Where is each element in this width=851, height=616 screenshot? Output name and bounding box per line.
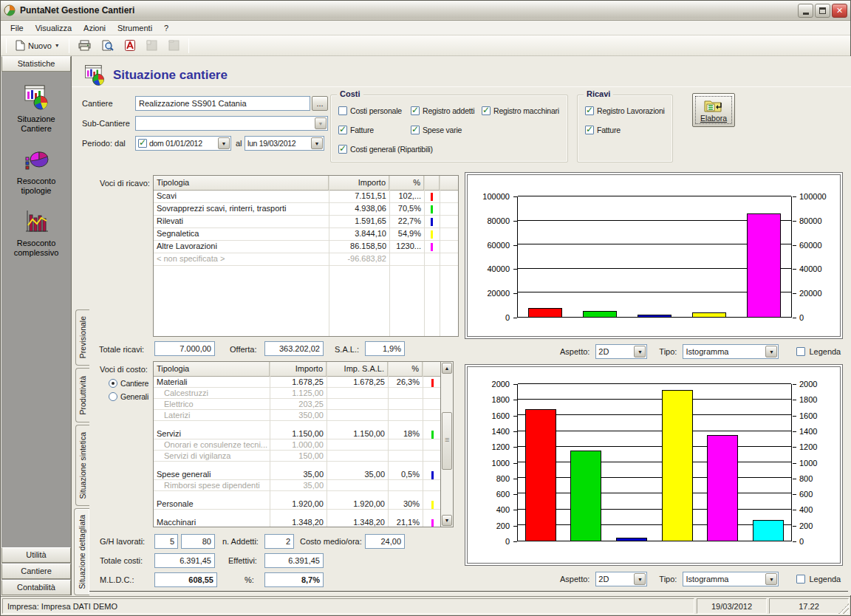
checkbox-costi-personale[interactable]: Costi personale — [338, 106, 402, 116]
ricavi-table[interactable]: TipologiaImporto%Scavi7.151,51102,...Sov… — [153, 175, 459, 337]
sidebar-button-cantiere[interactable]: Cantiere — [1, 564, 71, 579]
table-row[interactable]: Personale1.920,001.920,0030% — [154, 499, 440, 510]
chevron-down-icon[interactable]: ▼ — [765, 573, 777, 585]
table-row[interactable]: Laterizi350,00 — [154, 410, 440, 421]
legenda-checkbox[interactable] — [796, 575, 805, 584]
table-row[interactable] — [154, 462, 440, 469]
radio-generali[interactable]: Generali — [109, 391, 148, 402]
scroll-down-icon[interactable]: ▼ — [442, 515, 452, 526]
maximize-button[interactable] — [815, 4, 830, 18]
periodo-dal-checkbox[interactable] — [138, 139, 147, 148]
table-row[interactable]: Spese generali35,0035,000,5% — [154, 469, 440, 480]
table-row[interactable]: Sovrapprezzi scavi, rinterri, trasporti4… — [154, 203, 458, 216]
checkbox-registro-macchinari[interactable]: Registro macchinari — [482, 106, 559, 116]
table-row[interactable]: Rimborsi spese dipendenti35,00 — [154, 480, 440, 491]
legenda-checkbox[interactable] — [796, 347, 805, 356]
periodo-al-combo[interactable]: lun 19/03/2012 ▼ — [245, 136, 324, 151]
costi-table[interactable]: TipologiaImportoImp. S.A.L.%Materiali1.6… — [153, 361, 441, 527]
checkbox-icon[interactable] — [338, 145, 347, 154]
tab-produttivit-[interactable]: Produttività — [75, 368, 89, 422]
checkbox-icon[interactable] — [411, 106, 420, 115]
resize-grip[interactable] — [838, 603, 849, 614]
table-row[interactable]: Elettrico203,25 — [154, 399, 440, 410]
table-row[interactable] — [154, 491, 440, 499]
sidebar-button-utilita[interactable]: Utilità — [1, 547, 71, 563]
tab-situazione-sintetica[interactable]: Situazione sintetica — [75, 425, 89, 506]
table-row[interactable]: Altre Lavorazioni86.158,501230... — [154, 241, 458, 253]
menu-item-visualizza[interactable]: Visualizza — [30, 22, 77, 34]
column-header[interactable]: % — [388, 362, 423, 376]
elabora-button[interactable]: Elabora — [692, 93, 735, 127]
gh-ore-input[interactable]: 80 — [181, 534, 215, 549]
column-header[interactable]: Importo — [270, 362, 327, 376]
table-row[interactable]: Macchinari1.348,201.348,2021,1% — [154, 517, 440, 527]
table-row[interactable]: Calcestruzzi1.125,00 — [154, 388, 440, 399]
checkbox-icon[interactable] — [585, 126, 594, 134]
tipo-combo[interactable]: Istogramma▼ — [683, 344, 779, 359]
checkbox-icon[interactable] — [482, 106, 491, 115]
checkbox-icon[interactable] — [338, 126, 347, 134]
table-row[interactable]: Materiali1.678,251.678,2526,3% — [154, 377, 440, 388]
aspetto-combo[interactable]: 2D▼ — [595, 572, 647, 586]
table-row[interactable] — [154, 510, 440, 517]
checkbox-costi-generali-ripartibili-[interactable]: Costi generali (Ripartibili) — [338, 144, 433, 154]
table-row[interactable]: Servizi1.150,001.150,0018% — [154, 428, 440, 439]
table-row[interactable]: Onorari e consulenze tecni...1.000,00 — [154, 439, 440, 451]
column-header[interactable]: Importo — [329, 176, 389, 190]
checkbox-icon[interactable] — [585, 106, 594, 115]
chevron-down-icon[interactable]: ▼ — [311, 137, 323, 149]
subcantiere-combo[interactable]: ▼ — [135, 116, 328, 131]
radio-cantiere-icon[interactable] — [109, 379, 117, 388]
chevron-down-icon[interactable]: ▼ — [218, 137, 230, 149]
menu-item-azioni[interactable]: Azioni — [78, 22, 111, 34]
chevron-down-icon[interactable]: ▼ — [634, 346, 646, 357]
tab-previsionale[interactable]: Previsionale — [75, 309, 89, 366]
sidebar-item-resoconto-tipologie[interactable]: Resoconto tipologie — [1, 147, 71, 196]
export-pdf-button[interactable] — [120, 38, 140, 54]
table-row[interactable]: Scavi7.151,51102,... — [154, 191, 458, 203]
scroll-up-icon[interactable]: ▲ — [442, 363, 452, 374]
menu-item-strumenti[interactable]: Strumenti — [112, 22, 157, 34]
close-button[interactable]: ✕ — [832, 4, 847, 18]
radio-generali-icon[interactable] — [109, 392, 117, 401]
table-row[interactable]: Rilevati1.591,6522,7% — [154, 216, 458, 228]
minimize-button[interactable] — [798, 4, 813, 18]
radio-cantiere[interactable]: Cantiere — [109, 378, 148, 389]
print-preview-button[interactable] — [98, 38, 118, 54]
aspetto-combo[interactable]: 2D▼ — [595, 344, 647, 359]
nuovo-button[interactable]: Nuovo ▼ — [11, 38, 64, 54]
sidebar-item-situazione-cantiere[interactable]: Situazione Cantiere — [1, 85, 71, 134]
column-header[interactable]: Tipologia — [154, 176, 329, 190]
print-button[interactable] — [74, 38, 95, 54]
column-header[interactable]: % — [389, 176, 424, 190]
tipo-combo[interactable]: Istogramma▼ — [683, 572, 779, 586]
checkbox-fatture[interactable]: Fatture — [338, 125, 374, 135]
costi-table-scrollbar[interactable]: ▲ ▼ — [441, 361, 454, 527]
checkbox-fatture[interactable]: Fatture — [585, 125, 621, 135]
chevron-down-icon[interactable]: ▼ — [634, 573, 646, 585]
costo-medio-input[interactable]: 24,00 — [365, 534, 405, 549]
checkbox-spese-varie[interactable]: Spese varie — [411, 125, 462, 135]
table-row[interactable]: < non specificata >-96.683,82 — [154, 253, 458, 266]
sidebar-item-resoconto-complessivo[interactable]: Resoconto complessivo — [1, 209, 71, 258]
table-row[interactable] — [154, 421, 440, 428]
table-row[interactable]: Segnaletica3.844,1054,9% — [154, 228, 458, 241]
tab-situazione-dettagliata[interactable]: Situazione dettagliata — [74, 508, 89, 595]
sidebar-header-statistiche[interactable]: Statistiche — [1, 56, 71, 72]
menu-item-help[interactable]: ? — [159, 22, 174, 34]
addetti-input[interactable]: 2 — [264, 534, 294, 549]
checkbox-registro-addetti[interactable]: Registro addetti — [411, 106, 474, 116]
checkbox-registro-lavorazioni[interactable]: Registro Lavorazioni — [585, 106, 665, 116]
scroll-thumb[interactable] — [442, 412, 452, 470]
nuovo-dropdown-arrow-icon[interactable]: ▼ — [55, 43, 60, 48]
checkbox-icon[interactable] — [338, 106, 347, 115]
column-header[interactable]: Tipologia — [154, 362, 270, 376]
sidebar-button-contabilita[interactable]: Contabilità — [1, 580, 71, 595]
checkbox-icon[interactable] — [411, 126, 420, 134]
gh-giorni-input[interactable]: 5 — [154, 534, 178, 549]
chevron-down-icon[interactable]: ▼ — [765, 346, 777, 357]
menu-item-file[interactable]: File — [5, 22, 29, 34]
cantiere-browse-button[interactable]: ... — [312, 96, 328, 111]
cantiere-input[interactable]: Realizzazione SS901 Catania — [135, 96, 310, 111]
periodo-dal-combo[interactable]: dom 01/01/2012 ▼ — [135, 136, 231, 151]
